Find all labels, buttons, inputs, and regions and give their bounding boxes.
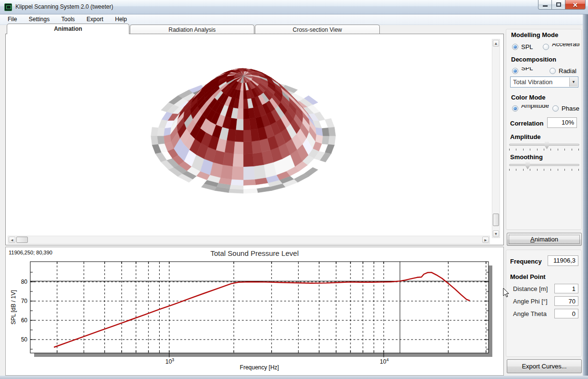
angle-theta-label: Angle Theta — [513, 310, 547, 317]
export-curves-button[interactable]: Export Curves... — [507, 359, 582, 373]
model-point-panel: Frequency 11906,3 Model Point Distance [… — [506, 250, 582, 357]
y-axis-label: SPL [dB / 1V] — [10, 290, 17, 325]
acceleration-radio-label: Acceleration — [552, 43, 580, 48]
spl-radio-label: SPL — [521, 43, 533, 51]
frequency-label: Frequency — [510, 258, 542, 265]
modelling-mode-header: Modelling Mode — [511, 31, 558, 38]
smoothing-slider-ticks — [509, 169, 579, 171]
spl-radio[interactable] — [512, 44, 518, 50]
animation-button[interactable]: Animation — [507, 233, 582, 246]
correlation-label: Correlation — [510, 120, 543, 127]
vibration-dropdown-value: Total Vibration — [513, 78, 552, 86]
mouse-cursor — [503, 288, 511, 298]
angle-theta-field[interactable]: 0 — [554, 309, 578, 318]
amplitude-slider[interactable] — [509, 144, 579, 146]
chevron-down-icon[interactable]: ▼ — [569, 77, 577, 87]
svg-text:70: 70 — [21, 298, 28, 304]
vertical-scrollbar[interactable]: ▲ ▼ — [492, 39, 500, 238]
tab-radiation-analysis[interactable]: Radiation Analysis — [130, 25, 254, 34]
horizontal-scrollbar[interactable]: ◄ ► — [8, 236, 490, 244]
close-button[interactable]: ✕ — [565, 0, 586, 10]
application-window: Klippel Scanning System 2.0 (tweeter) ✕ … — [0, 0, 588, 379]
phase-radio[interactable] — [552, 105, 559, 112]
x-axis-label: Frequency [Hz] — [30, 364, 488, 371]
smoothing-slider-label: Smoothing — [510, 153, 543, 161]
control-panel: Modelling Mode SPL Acceleration Decompos… — [506, 29, 582, 230]
radial-radio-label: Radial — [559, 67, 576, 75]
frequency-field[interactable]: 11906,3 — [548, 255, 578, 266]
decomposition-option1-radio[interactable] — [512, 68, 518, 74]
amplitude-slider-thumb[interactable] — [545, 141, 549, 149]
angle-phi-field[interactable]: 70 — [554, 296, 578, 306]
acceleration-radio[interactable] — [543, 44, 549, 50]
svg-text:60: 60 — [21, 317, 28, 324]
distance-field[interactable]: 1 — [554, 284, 578, 293]
window-frame-right — [583, 14, 588, 376]
3d-vibration-dome[interactable] — [6, 34, 503, 234]
decomposition-header: Decomposition — [511, 56, 556, 63]
scroll-right-icon[interactable]: ► — [482, 237, 489, 243]
amplitude-radio[interactable] — [512, 105, 518, 112]
svg-text:80: 80 — [21, 278, 28, 285]
vibration-dropdown[interactable]: Total Vibration ▼ — [510, 76, 578, 88]
color-mode-header: Color Mode — [511, 94, 546, 101]
correlation-field[interactable]: 10% — [547, 117, 577, 128]
spl-chart-panel: 11906,250; 80,390 Total Sound Pressure L… — [5, 247, 504, 376]
minimize-icon — [543, 5, 548, 7]
tab-animation[interactable]: Animation — [7, 24, 129, 34]
smoothing-slider-thumb[interactable] — [525, 161, 530, 169]
svg-text:50: 50 — [21, 336, 28, 343]
phase-radio-label: Phase — [562, 105, 579, 112]
animation-view-pane: ▲ ▼ ◄ ► — [5, 34, 504, 245]
amplitude-slider-ticks — [509, 149, 579, 151]
smoothing-slider[interactable] — [509, 164, 579, 166]
tab-cross-section-view[interactable]: Cross-section View — [255, 25, 380, 34]
title-bar[interactable]: Klippel Scanning System 2.0 (tweeter) ✕ — [0, 0, 588, 14]
scroll-down-icon[interactable]: ▼ — [493, 230, 499, 237]
scroll-up-icon[interactable]: ▲ — [493, 40, 499, 47]
amplitude-radio-label: Amplitude — [521, 105, 549, 109]
window-frame-bottom — [0, 376, 588, 379]
maximize-button[interactable] — [551, 0, 565, 10]
vertical-scroll-thumb[interactable] — [493, 214, 499, 226]
decomposition-option1-label: SPL — [521, 67, 543, 72]
window-title: Klippel Scanning System 2.0 (tweeter) — [15, 3, 113, 10]
angle-phi-label: Angle Phi [°] — [513, 298, 548, 305]
amplitude-slider-label: Amplitude — [510, 133, 541, 140]
model-point-header: Model Point — [510, 273, 546, 280]
radial-radio[interactable] — [550, 68, 556, 74]
spl-frequency-plot[interactable]: SPL [dB / 1V] 50607080103104 — [6, 247, 503, 375]
app-icon — [4, 3, 12, 11]
horizontal-scroll-thumb[interactable] — [16, 237, 28, 243]
minimize-button[interactable] — [538, 0, 552, 10]
scroll-left-icon[interactable]: ◄ — [9, 237, 15, 243]
distance-label: Distance [m] — [513, 285, 548, 292]
close-icon: ✕ — [565, 1, 585, 9]
maximize-icon — [556, 2, 561, 7]
